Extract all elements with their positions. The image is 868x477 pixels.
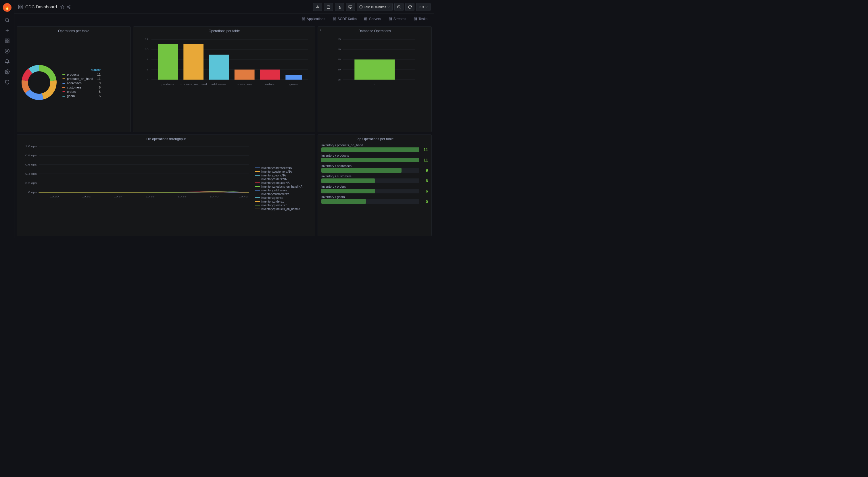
legend-item-value: 6 [95,86,101,89]
svg-rect-52 [414,19,415,21]
svg-point-2 [5,18,9,22]
tab-servers-label: Servers [369,17,381,21]
throughput-legend-label: inventory:addresses:NA [261,166,292,169]
throughput-legend-line [255,183,260,183]
svg-rect-53 [415,19,417,21]
svg-rect-39 [335,18,336,19]
legend-item: products 11 [62,73,101,76]
time-range-btn[interactable]: Last 15 minutes [357,3,393,11]
svg-text:customers: customers [237,83,252,86]
throughput-legend-item: inventory:products_on_hand:NA [255,185,313,188]
top-ops-bar-fill [321,148,419,152]
throughput-legend-line [255,175,260,176]
interval-label: 10s [419,5,424,9]
svg-marker-11 [6,50,8,52]
svg-text:10:32: 10:32 [82,195,91,198]
svg-text:0 ops: 0 ops [28,191,37,193]
svg-rect-42 [365,18,366,19]
alerts-icon[interactable] [3,58,11,65]
throughput-legend-line [255,167,260,168]
svg-line-21 [68,7,69,7]
svg-line-22 [68,6,69,6]
nav-tabs: Applications SCDF Kafka Servers [14,14,434,24]
top-ops-bar-wrap: 6 [321,179,428,183]
svg-text:40: 40 [338,48,341,51]
top-ops-bar-bg [321,189,419,193]
throughput-legend-line [255,190,260,191]
throughput-panel: DB operations throughput 1.0 ops [17,134,315,236]
svg-text:🔥: 🔥 [4,5,10,10]
svg-rect-46 [389,18,390,19]
throughput-legend-line [255,201,260,202]
tab-scdf-kafka[interactable]: SCDF Kafka [330,15,360,23]
tv-btn[interactable] [346,3,355,11]
throughput-legend-label: inventory:customers:NA [261,170,292,173]
legend-item-value: 6 [95,90,101,93]
tab-streams[interactable]: Streams [385,15,409,23]
share-icon[interactable] [67,5,71,9]
svg-rect-6 [5,39,7,40]
search-icon[interactable] [3,16,11,24]
svg-marker-17 [61,5,64,8]
throughput-wrap: 1.0 ops 0.8 ops 0.6 ops 0.4 ops 0.2 ops … [17,142,315,236]
throughput-legend-line [255,179,260,179]
legend-item-value: 11 [95,73,101,76]
db-ops-panel: ℹ Database Operations 45 40 35 30 [318,26,432,132]
svg-point-12 [6,71,8,73]
page-title: CDC Dashboard [25,4,57,9]
dashboards-icon[interactable] [3,37,11,45]
top-ops-bar-wrap: 11 [321,148,428,152]
legend-color-dot [62,83,65,84]
svg-rect-44 [365,19,366,21]
svg-text:12: 12 [145,38,149,41]
interval-btn[interactable]: 10s [416,3,431,11]
svg-rect-72 [183,44,204,80]
svg-text:orders: orders [265,83,274,86]
star-icon[interactable] [60,5,64,9]
top-ops-bar-wrap: 9 [321,168,428,173]
top-ops-row: inventory / orders 6 [321,185,428,193]
tab-applications[interactable]: Applications [299,15,329,23]
tab-servers[interactable]: Servers [361,15,384,23]
doc-btn[interactable] [324,3,333,11]
svg-rect-47 [391,18,392,19]
throughput-legend-item: inventory:addresses:NA [255,166,313,169]
svg-text:35: 35 [338,58,341,61]
svg-text:10: 10 [145,48,149,51]
legend-item-label: products_on_hand [67,77,93,81]
settings-btn[interactable] [335,3,344,11]
svg-text:geom: geom [289,83,298,86]
svg-rect-13 [19,5,20,6]
shield-icon[interactable] [3,78,11,86]
db-ops-chart-wrap: 45 40 35 30 25 c [318,34,431,132]
top-ops-item-label: inventory / geom [321,195,428,198]
streams-tab-icon [389,17,392,21]
svg-rect-38 [333,18,334,19]
throughput-legend: inventory:addresses:NA inventory:custome… [255,144,313,234]
svg-text:8: 8 [147,58,149,61]
tab-tasks[interactable]: Tasks [410,15,431,23]
chart-btn[interactable] [313,3,322,11]
svg-rect-73 [209,55,229,80]
scdf-tab-icon [333,17,336,21]
settings-icon[interactable] [3,68,11,76]
svg-text:30: 30 [338,68,341,71]
top-ops-bar-wrap: 6 [321,189,428,193]
throughput-legend-label: inventory:geom:c [261,196,283,199]
svg-text:6: 6 [147,68,149,71]
svg-rect-8 [5,41,7,43]
add-icon[interactable] [3,26,11,34]
donut-chart [21,64,58,102]
explore-icon[interactable] [3,47,11,55]
grid-icon [18,4,23,9]
legend-item-label: customers [67,86,93,89]
app-logo[interactable]: 🔥 [3,3,12,12]
refresh-btn[interactable] [405,3,414,11]
legend-item-value: 5 [95,94,101,98]
top-ops-row: inventory / addresses 9 [321,164,428,173]
zoom-out-btn[interactable] [394,3,404,11]
throughput-legend-line [255,197,260,198]
legend-item-value: 9 [95,81,101,85]
top-ops-item-value: 11 [421,148,428,152]
legend-item: addresses 9 [62,81,101,85]
